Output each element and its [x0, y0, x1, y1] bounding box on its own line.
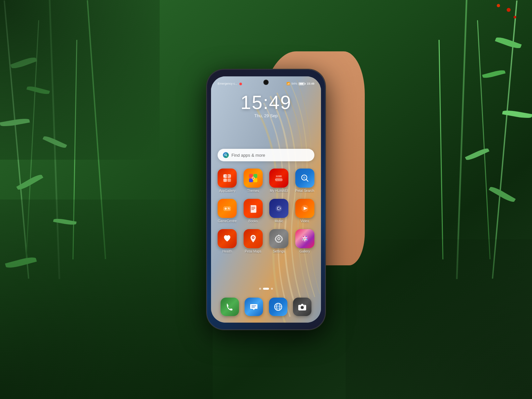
petalmaps-label: Petal Maps: [245, 250, 261, 253]
dock-item-messages[interactable]: [245, 298, 263, 316]
gallery-icon: [295, 229, 314, 248]
bamboo-r2: [477, 20, 491, 259]
app-item-books[interactable]: Books: [241, 199, 265, 223]
petalsearch-icon: [295, 169, 314, 188]
svg-line-2: [226, 155, 227, 156]
shadow-tl: [0, 0, 160, 160]
battery-percent: 94%: [291, 82, 297, 85]
music-icon: [269, 199, 288, 218]
svg-text:HUAWEI: HUAWEI: [276, 175, 282, 177]
health-icon: [218, 229, 237, 248]
app-item-gamecentre[interactable]: GameCentre: [215, 199, 239, 223]
svg-rect-5: [224, 178, 227, 182]
svg-point-34: [278, 207, 280, 209]
svg-rect-20: [224, 206, 231, 211]
berry-1: [507, 8, 511, 12]
leaf-r5: [489, 185, 516, 204]
status-time: 15:49: [307, 82, 314, 85]
svg-point-24: [229, 208, 230, 209]
leaf-r2: [482, 69, 506, 79]
video-label: Video: [301, 219, 309, 223]
app-item-appgallery[interactable]: HUAWEI AppGallery: [215, 169, 239, 193]
video-icon: [295, 199, 314, 218]
app-item-gallery[interactable]: Gallery: [293, 229, 317, 253]
page-dots: [211, 288, 321, 290]
svg-point-25: [228, 208, 229, 209]
gamecentre-icon: [218, 199, 237, 218]
themes-icon: [244, 169, 263, 188]
search-inner[interactable]: Find apps & more: [218, 149, 314, 161]
dot-3: [271, 288, 273, 290]
appgallery-label: AppGallery: [219, 189, 235, 193]
svg-point-26: [229, 208, 230, 209]
petalsearch-label: Petal Search: [295, 189, 314, 193]
status-icons: 📶: [286, 82, 290, 85]
battery-fill: [299, 83, 304, 85]
svg-point-45: [306, 239, 307, 240]
phone-screen: Emergency c... 📶 94% 15:49: [211, 76, 321, 323]
phone-body: Emergency c... 📶 94% 15:49: [207, 69, 325, 330]
svg-point-46: [303, 239, 304, 240]
books-icon: [244, 199, 263, 218]
dock-camera-icon: [293, 298, 311, 316]
search-icon: [223, 152, 229, 158]
svg-rect-27: [250, 205, 256, 213]
svg-text:HUAWEI: HUAWEI: [225, 175, 229, 177]
search-bar[interactable]: Find apps & more: [218, 149, 314, 161]
svg-point-23: [228, 208, 229, 209]
bamboo-r4: [439, 40, 443, 259]
dock-item-phone[interactable]: [221, 298, 239, 316]
myhuawei-label: My HUAWEI: [270, 189, 288, 193]
shadow-bl: [0, 200, 213, 399]
settings-icon: [269, 229, 288, 248]
app-item-petalmaps[interactable]: Petal Maps: [241, 229, 265, 253]
bamboo-r3: [456, 0, 468, 279]
clock-date: Thu, 29 Sep: [211, 113, 321, 118]
svg-rect-28: [250, 205, 251, 213]
svg-point-42: [304, 238, 306, 239]
app-item-music[interactable]: Music: [267, 199, 291, 223]
svg-point-57: [304, 306, 305, 306]
svg-point-13: [252, 177, 254, 179]
app-item-myhuawei[interactable]: HUAWEI My Account My HUAWEI: [267, 169, 291, 193]
status-right-group: 📶 94% 15:49: [286, 82, 314, 85]
svg-point-1: [225, 154, 226, 156]
app-item-settings[interactable]: Settings: [267, 229, 291, 253]
camera-notch: [264, 80, 268, 84]
leaf-r4: [465, 146, 489, 161]
gamecentre-label: GameCentre: [218, 219, 237, 223]
dot-1: [259, 288, 261, 290]
app-item-petalsearch[interactable]: Petal Search: [293, 169, 317, 193]
svg-point-43: [303, 236, 304, 237]
app-row-2: GameCentre: [214, 199, 318, 223]
svg-point-44: [306, 236, 307, 237]
appgallery-icon: HUAWEI: [218, 169, 237, 188]
dock-item-camera[interactable]: [293, 298, 311, 316]
leaf-r1: [495, 36, 521, 50]
dot-2-active: [263, 288, 269, 290]
search-placeholder: Find apps & more: [231, 153, 265, 158]
svg-point-56: [301, 306, 303, 308]
battery-tip: [305, 83, 306, 85]
dock-phone-icon: [221, 298, 239, 316]
svg-rect-6: [227, 178, 231, 182]
app-item-health[interactable]: Health: [215, 229, 239, 253]
myhuawei-icon: HUAWEI My Account: [269, 169, 288, 188]
dock: [218, 298, 314, 316]
health-label: Health: [223, 250, 232, 253]
svg-line-18: [306, 179, 308, 181]
app-item-video[interactable]: Video: [293, 199, 317, 223]
status-emergency: Emergency c...: [218, 82, 242, 85]
app-item-themes[interactable]: Themes: [241, 169, 265, 193]
battery-body: [299, 82, 305, 85]
clock-time: 15:49: [211, 93, 321, 112]
battery-icon: [299, 82, 306, 85]
music-label: Music: [275, 219, 283, 223]
dock-item-browser[interactable]: [269, 298, 287, 316]
shadow-br: [346, 239, 532, 399]
petalmaps-icon: [244, 229, 263, 248]
themes-label: Themes: [247, 189, 259, 193]
dock-messages-icon: [245, 298, 263, 316]
app-row-3: Health Petal Maps: [214, 229, 318, 253]
app-row-1: HUAWEI AppGallery: [214, 169, 318, 193]
